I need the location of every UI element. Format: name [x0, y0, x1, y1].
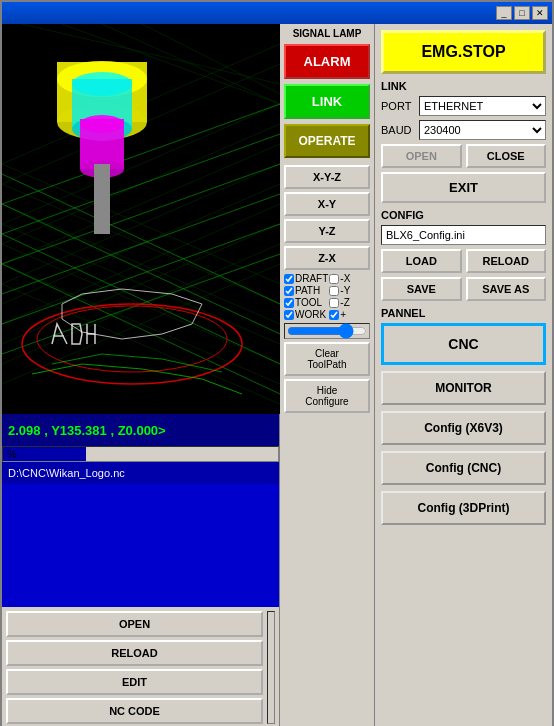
monitor-panel-button[interactable]: MONITOR	[381, 371, 546, 405]
link-open-button[interactable]: OPEN	[381, 144, 462, 168]
config-save-button[interactable]: SAVE	[381, 277, 462, 301]
plus-label: +	[340, 309, 346, 320]
main-window: _ □ ✕	[0, 0, 554, 726]
negz-checkbox[interactable]	[329, 298, 339, 308]
file-path-text: D:\CNC\Wikan_Logo.nc	[8, 467, 125, 479]
checkboxes-area: DRAFT -X PATH -Y TOOL	[284, 273, 370, 320]
baud-select[interactable]: 230400 115200 57600 9600	[419, 120, 546, 140]
port-label: PORT	[381, 100, 415, 112]
config-reload-button[interactable]: RELOAD	[466, 249, 547, 273]
scroll-bar[interactable]	[267, 611, 275, 724]
negx-checkbox-item[interactable]: -X	[329, 273, 370, 284]
coordinates-text: 2.098 , Y135.381 , Z0.000>	[8, 423, 166, 438]
open-button[interactable]: OPEN	[6, 611, 263, 637]
link-close-button[interactable]: CLOSE	[466, 144, 547, 168]
alarm-lamp: ALARM	[284, 44, 370, 79]
view-yz-button[interactable]: Y-Z	[284, 219, 370, 243]
coordinates-bar: 2.098 , Y135.381 , Z0.000>	[2, 414, 279, 446]
reload-button[interactable]: RELOAD	[6, 640, 263, 666]
negx-checkbox[interactable]	[329, 274, 339, 284]
title-bar-buttons: _ □ ✕	[496, 6, 548, 20]
work-checkbox[interactable]	[284, 310, 294, 320]
viewport-svg	[2, 24, 280, 414]
close-button[interactable]: ✕	[532, 6, 548, 20]
draft-checkbox[interactable]	[284, 274, 294, 284]
port-select[interactable]: ETHERNET USB SERIAL	[419, 96, 546, 116]
emg-stop-button[interactable]: EMG.STOP	[381, 30, 546, 74]
config-load-button[interactable]: LOAD	[381, 249, 462, 273]
negy-checkbox[interactable]	[329, 286, 339, 296]
config-file-input[interactable]	[381, 225, 546, 245]
draft-label: DRAFT	[295, 273, 328, 284]
progress-text: %	[7, 447, 17, 461]
negz-checkbox-item[interactable]: -Z	[329, 297, 370, 308]
path-checkbox[interactable]	[284, 286, 294, 296]
tool-checkbox-item[interactable]: TOOL	[284, 297, 328, 308]
open-close-row: OPEN CLOSE	[381, 144, 546, 168]
baud-label: BAUD	[381, 124, 415, 136]
plus-checkbox-item[interactable]: +	[329, 309, 370, 320]
edit-button[interactable]: EDIT	[6, 669, 263, 695]
negx-label: -X	[340, 273, 350, 284]
signal-lamp-label: SIGNAL LAMP	[284, 28, 370, 39]
config-3dprint-panel-button[interactable]: Config (3DPrint)	[381, 491, 546, 525]
cnc-panel-button[interactable]: CNC	[381, 323, 546, 365]
plus-checkbox[interactable]	[329, 310, 339, 320]
negy-label: -Y	[340, 285, 350, 296]
title-bar: _ □ ✕	[2, 2, 552, 24]
progress-bar-container: %	[2, 446, 279, 462]
exit-button[interactable]: EXIT	[381, 172, 546, 203]
link-section-label: LINK	[381, 80, 546, 92]
config-cnc-panel-button[interactable]: Config (CNC)	[381, 451, 546, 485]
minimize-button[interactable]: _	[496, 6, 512, 20]
view-zx-button[interactable]: Z-X	[284, 246, 370, 270]
path-label: PATH	[295, 285, 320, 296]
tool-checkbox[interactable]	[284, 298, 294, 308]
svg-rect-42	[94, 164, 110, 234]
main-content: 2.098 , Y135.381 , Z0.000> % D:\CNC\Wika…	[2, 24, 552, 726]
view-xy-button[interactable]: X-Y	[284, 192, 370, 216]
view-xyz-button[interactable]: X-Y-Z	[284, 165, 370, 189]
link-lamp: LINK	[284, 84, 370, 119]
left-panel: 2.098 , Y135.381 , Z0.000> % D:\CNC\Wika…	[2, 24, 280, 726]
file-path-area: D:\CNC\Wikan_Logo.nc	[2, 462, 279, 484]
path-checkbox-item[interactable]: PATH	[284, 285, 328, 296]
operate-lamp: OPERATE	[284, 124, 370, 158]
nc-code-button[interactable]: NC CODE	[6, 698, 263, 724]
gcode-viewer[interactable]	[2, 484, 279, 607]
baud-row: BAUD 230400 115200 57600 9600	[381, 120, 546, 140]
viewport	[2, 24, 280, 414]
config-saveas-button[interactable]: SAVE AS	[466, 277, 547, 301]
save-saveas-row: SAVE SAVE AS	[381, 277, 546, 301]
negz-label: -Z	[340, 297, 349, 308]
clear-toolpath-button[interactable]: Clear ToolPath	[284, 342, 370, 376]
tool-label: TOOL	[295, 297, 322, 308]
right-panel: EMG.STOP LINK PORT ETHERNET USB SERIAL B…	[375, 24, 552, 726]
port-row: PORT ETHERNET USB SERIAL	[381, 96, 546, 116]
hide-configure-button[interactable]: Hide Configure	[284, 379, 370, 413]
work-label: WORK	[295, 309, 326, 320]
work-checkbox-item[interactable]: WORK	[284, 309, 328, 320]
config-section-label: CONFIG	[381, 209, 546, 221]
bottom-controls-left: OPEN RELOAD EDIT NC CODE	[2, 607, 279, 726]
negy-checkbox-item[interactable]: -Y	[329, 285, 370, 296]
pannel-section-label: PANNEL	[381, 307, 546, 319]
draft-checkbox-item[interactable]: DRAFT	[284, 273, 328, 284]
maximize-button[interactable]: □	[514, 6, 530, 20]
middle-panel: SIGNAL LAMP ALARM LINK OPERATE X-Y-Z X-Y…	[280, 24, 375, 726]
config-x6v3-panel-button[interactable]: Config (X6V3)	[381, 411, 546, 445]
slider-input[interactable]	[287, 325, 367, 337]
slider-area[interactable]	[284, 323, 370, 339]
load-reload-row: LOAD RELOAD	[381, 249, 546, 273]
